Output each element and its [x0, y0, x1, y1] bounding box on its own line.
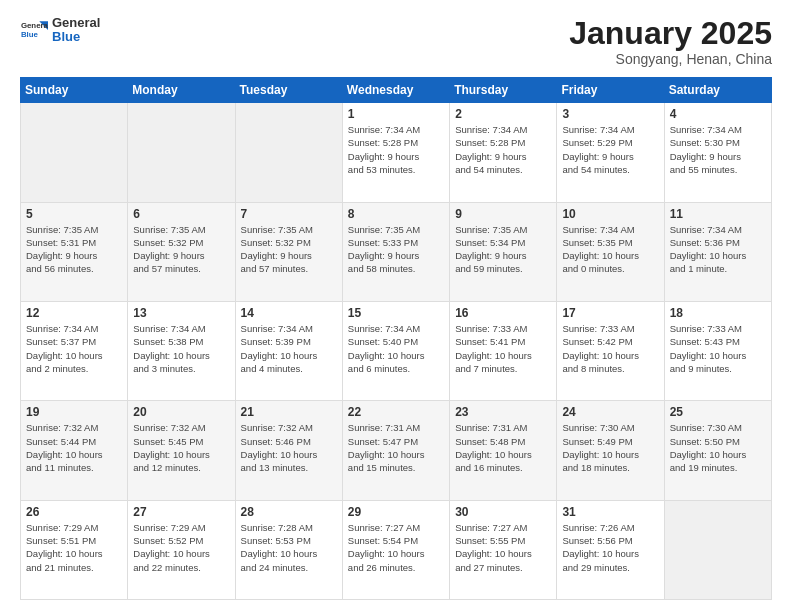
calendar-cell: 16Sunrise: 7:33 AM Sunset: 5:41 PM Dayli…	[450, 301, 557, 400]
day-number: 30	[455, 505, 551, 519]
day-info: Sunrise: 7:35 AM Sunset: 5:33 PM Dayligh…	[348, 223, 444, 276]
calendar-cell: 1Sunrise: 7:34 AM Sunset: 5:28 PM Daylig…	[342, 103, 449, 202]
calendar-cell: 3Sunrise: 7:34 AM Sunset: 5:29 PM Daylig…	[557, 103, 664, 202]
day-info: Sunrise: 7:35 AM Sunset: 5:32 PM Dayligh…	[133, 223, 229, 276]
day-number: 10	[562, 207, 658, 221]
calendar-header: SundayMondayTuesdayWednesdayThursdayFrid…	[21, 78, 772, 103]
logo-blue-text: Blue	[52, 30, 100, 44]
calendar-week-row: 12Sunrise: 7:34 AM Sunset: 5:37 PM Dayli…	[21, 301, 772, 400]
svg-text:General: General	[21, 22, 48, 31]
calendar-table: SundayMondayTuesdayWednesdayThursdayFrid…	[20, 77, 772, 600]
day-number: 21	[241, 405, 337, 419]
day-number: 3	[562, 107, 658, 121]
calendar-cell: 20Sunrise: 7:32 AM Sunset: 5:45 PM Dayli…	[128, 401, 235, 500]
day-info: Sunrise: 7:34 AM Sunset: 5:30 PM Dayligh…	[670, 123, 766, 176]
day-info: Sunrise: 7:33 AM Sunset: 5:41 PM Dayligh…	[455, 322, 551, 375]
day-info: Sunrise: 7:34 AM Sunset: 5:37 PM Dayligh…	[26, 322, 122, 375]
day-number: 4	[670, 107, 766, 121]
day-number: 20	[133, 405, 229, 419]
day-number: 5	[26, 207, 122, 221]
day-number: 2	[455, 107, 551, 121]
calendar-cell	[235, 103, 342, 202]
day-info: Sunrise: 7:35 AM Sunset: 5:32 PM Dayligh…	[241, 223, 337, 276]
calendar-cell: 25Sunrise: 7:30 AM Sunset: 5:50 PM Dayli…	[664, 401, 771, 500]
day-info: Sunrise: 7:34 AM Sunset: 5:40 PM Dayligh…	[348, 322, 444, 375]
calendar-cell	[128, 103, 235, 202]
day-number: 6	[133, 207, 229, 221]
month-title: January 2025	[569, 16, 772, 51]
calendar-cell: 31Sunrise: 7:26 AM Sunset: 5:56 PM Dayli…	[557, 500, 664, 599]
day-info: Sunrise: 7:28 AM Sunset: 5:53 PM Dayligh…	[241, 521, 337, 574]
day-of-week-header: Sunday	[21, 78, 128, 103]
day-of-week-header: Monday	[128, 78, 235, 103]
calendar-cell: 26Sunrise: 7:29 AM Sunset: 5:51 PM Dayli…	[21, 500, 128, 599]
day-of-week-header: Friday	[557, 78, 664, 103]
day-number: 26	[26, 505, 122, 519]
day-info: Sunrise: 7:27 AM Sunset: 5:55 PM Dayligh…	[455, 521, 551, 574]
calendar-cell: 19Sunrise: 7:32 AM Sunset: 5:44 PM Dayli…	[21, 401, 128, 500]
day-info: Sunrise: 7:30 AM Sunset: 5:50 PM Dayligh…	[670, 421, 766, 474]
logo-general-text: General	[52, 16, 100, 30]
day-info: Sunrise: 7:32 AM Sunset: 5:45 PM Dayligh…	[133, 421, 229, 474]
day-number: 16	[455, 306, 551, 320]
day-number: 28	[241, 505, 337, 519]
day-number: 1	[348, 107, 444, 121]
title-block: January 2025 Songyang, Henan, China	[569, 16, 772, 67]
day-info: Sunrise: 7:34 AM Sunset: 5:29 PM Dayligh…	[562, 123, 658, 176]
calendar-cell: 27Sunrise: 7:29 AM Sunset: 5:52 PM Dayli…	[128, 500, 235, 599]
calendar-cell: 23Sunrise: 7:31 AM Sunset: 5:48 PM Dayli…	[450, 401, 557, 500]
calendar-cell: 21Sunrise: 7:32 AM Sunset: 5:46 PM Dayli…	[235, 401, 342, 500]
day-info: Sunrise: 7:34 AM Sunset: 5:39 PM Dayligh…	[241, 322, 337, 375]
day-number: 25	[670, 405, 766, 419]
day-number: 13	[133, 306, 229, 320]
day-number: 19	[26, 405, 122, 419]
day-info: Sunrise: 7:34 AM Sunset: 5:35 PM Dayligh…	[562, 223, 658, 276]
day-info: Sunrise: 7:34 AM Sunset: 5:28 PM Dayligh…	[348, 123, 444, 176]
calendar-cell: 22Sunrise: 7:31 AM Sunset: 5:47 PM Dayli…	[342, 401, 449, 500]
day-info: Sunrise: 7:34 AM Sunset: 5:36 PM Dayligh…	[670, 223, 766, 276]
day-info: Sunrise: 7:34 AM Sunset: 5:38 PM Dayligh…	[133, 322, 229, 375]
day-info: Sunrise: 7:29 AM Sunset: 5:51 PM Dayligh…	[26, 521, 122, 574]
calendar-week-row: 5Sunrise: 7:35 AM Sunset: 5:31 PM Daylig…	[21, 202, 772, 301]
day-of-week-header: Tuesday	[235, 78, 342, 103]
day-of-week-header: Wednesday	[342, 78, 449, 103]
page: General Blue General Blue January 2025 S…	[0, 0, 792, 612]
calendar-cell: 14Sunrise: 7:34 AM Sunset: 5:39 PM Dayli…	[235, 301, 342, 400]
calendar-cell: 11Sunrise: 7:34 AM Sunset: 5:36 PM Dayli…	[664, 202, 771, 301]
day-number: 17	[562, 306, 658, 320]
calendar-week-row: 1Sunrise: 7:34 AM Sunset: 5:28 PM Daylig…	[21, 103, 772, 202]
calendar-cell: 7Sunrise: 7:35 AM Sunset: 5:32 PM Daylig…	[235, 202, 342, 301]
day-info: Sunrise: 7:32 AM Sunset: 5:44 PM Dayligh…	[26, 421, 122, 474]
day-info: Sunrise: 7:30 AM Sunset: 5:49 PM Dayligh…	[562, 421, 658, 474]
calendar-cell	[664, 500, 771, 599]
calendar-cell: 15Sunrise: 7:34 AM Sunset: 5:40 PM Dayli…	[342, 301, 449, 400]
calendar-cell: 10Sunrise: 7:34 AM Sunset: 5:35 PM Dayli…	[557, 202, 664, 301]
calendar-cell: 28Sunrise: 7:28 AM Sunset: 5:53 PM Dayli…	[235, 500, 342, 599]
calendar-week-row: 19Sunrise: 7:32 AM Sunset: 5:44 PM Dayli…	[21, 401, 772, 500]
calendar-cell: 8Sunrise: 7:35 AM Sunset: 5:33 PM Daylig…	[342, 202, 449, 301]
day-of-week-header: Saturday	[664, 78, 771, 103]
calendar-cell: 17Sunrise: 7:33 AM Sunset: 5:42 PM Dayli…	[557, 301, 664, 400]
day-number: 14	[241, 306, 337, 320]
day-number: 31	[562, 505, 658, 519]
calendar-cell: 5Sunrise: 7:35 AM Sunset: 5:31 PM Daylig…	[21, 202, 128, 301]
calendar-cell: 6Sunrise: 7:35 AM Sunset: 5:32 PM Daylig…	[128, 202, 235, 301]
calendar-cell: 24Sunrise: 7:30 AM Sunset: 5:49 PM Dayli…	[557, 401, 664, 500]
logo: General Blue General Blue	[20, 16, 100, 45]
day-info: Sunrise: 7:26 AM Sunset: 5:56 PM Dayligh…	[562, 521, 658, 574]
calendar-cell: 29Sunrise: 7:27 AM Sunset: 5:54 PM Dayli…	[342, 500, 449, 599]
day-info: Sunrise: 7:31 AM Sunset: 5:48 PM Dayligh…	[455, 421, 551, 474]
day-number: 8	[348, 207, 444, 221]
day-info: Sunrise: 7:33 AM Sunset: 5:43 PM Dayligh…	[670, 322, 766, 375]
day-number: 27	[133, 505, 229, 519]
calendar-cell: 18Sunrise: 7:33 AM Sunset: 5:43 PM Dayli…	[664, 301, 771, 400]
day-info: Sunrise: 7:34 AM Sunset: 5:28 PM Dayligh…	[455, 123, 551, 176]
location-subtitle: Songyang, Henan, China	[569, 51, 772, 67]
day-info: Sunrise: 7:32 AM Sunset: 5:46 PM Dayligh…	[241, 421, 337, 474]
day-number: 18	[670, 306, 766, 320]
day-number: 29	[348, 505, 444, 519]
calendar-week-row: 26Sunrise: 7:29 AM Sunset: 5:51 PM Dayli…	[21, 500, 772, 599]
calendar-cell	[21, 103, 128, 202]
day-info: Sunrise: 7:35 AM Sunset: 5:34 PM Dayligh…	[455, 223, 551, 276]
day-number: 23	[455, 405, 551, 419]
